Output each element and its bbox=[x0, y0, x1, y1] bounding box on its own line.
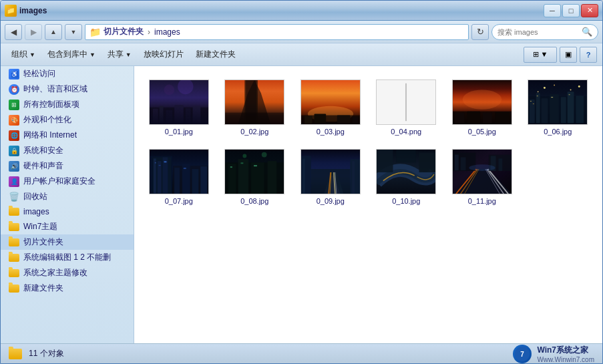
sidebar-item-syscapture[interactable]: 系统编辑截图 1 2 不能删 bbox=[1, 250, 134, 265]
svg-rect-54 bbox=[154, 158, 156, 193]
svg-rect-69 bbox=[251, 162, 264, 194]
svg-rect-19 bbox=[314, 114, 326, 124]
file-item[interactable]: 0_06.jpg bbox=[523, 75, 594, 140]
brand-info: Win7系统之家 Www.Winwin7.com bbox=[537, 345, 594, 363]
images-folder-icon bbox=[9, 206, 19, 217]
file-item[interactable]: 0_03.jpg bbox=[295, 75, 366, 140]
sidebar-item-syscapture-label: 系统编辑截图 1 2 不能删 bbox=[23, 252, 111, 263]
file-item[interactable]: 0_01.jpg bbox=[144, 75, 214, 140]
sidebar-item-hardware[interactable]: 🔊 硬件和声音 bbox=[1, 158, 134, 174]
file-name: 0_07.jpg bbox=[165, 197, 193, 205]
slideshow-button[interactable]: 放映幻灯片 bbox=[138, 46, 189, 63]
include-library-button[interactable]: 包含到库中 ▼ bbox=[42, 46, 101, 63]
path-folder-icon: 📁 bbox=[89, 27, 101, 37]
svg-rect-45 bbox=[530, 101, 532, 102]
file-item[interactable]: 0_09.jpg bbox=[295, 145, 366, 209]
sidebar-item-network[interactable]: 🌐 网络和 Internet bbox=[1, 128, 134, 143]
file-item[interactable]: 0_05.jpg bbox=[447, 75, 518, 140]
file-name: 0_04.png bbox=[391, 128, 421, 136]
maximize-button[interactable]: □ bbox=[562, 4, 580, 17]
svg-rect-67 bbox=[228, 164, 236, 194]
sidebar-item-slicefolder[interactable]: 切片文件夹 bbox=[1, 234, 134, 250]
recent-button[interactable]: ▼ bbox=[65, 24, 82, 40]
win7themes-icon bbox=[9, 222, 19, 232]
path-root: 切片文件夹 bbox=[104, 26, 144, 37]
svg-rect-33 bbox=[530, 100, 535, 123]
refresh-button[interactable]: ↻ bbox=[471, 24, 489, 40]
svg-rect-30 bbox=[495, 112, 510, 124]
allcp-icon: ⊞ bbox=[9, 100, 19, 110]
sidebar-item-images-folder[interactable]: images bbox=[1, 204, 134, 219]
file-name: 0_01.jpg bbox=[165, 128, 193, 136]
svg-point-41 bbox=[544, 87, 546, 89]
svg-rect-68 bbox=[238, 159, 249, 194]
sidebar-item-easy-access[interactable]: ♿ 轻松访问 bbox=[1, 66, 134, 81]
file-item[interactable]: 0_08.jpg bbox=[220, 145, 290, 209]
svg-rect-3 bbox=[159, 106, 163, 123]
sidebar-item-slicefolder-label: 切片文件夹 bbox=[23, 236, 63, 248]
file-thumbnail bbox=[528, 79, 588, 125]
status-count: 11 个对象 bbox=[29, 348, 64, 359]
svg-rect-64 bbox=[184, 168, 186, 169]
easy-access-icon: ♿ bbox=[9, 69, 19, 79]
sidebar-item-images-folder-label: images bbox=[23, 207, 49, 216]
view-options-button[interactable]: ⊞ ▼ bbox=[524, 47, 557, 63]
sidebar-item-appearance[interactable]: 🎨 外观和个性化 bbox=[1, 112, 134, 128]
sidebar-item-win7themes[interactable]: Win7主题 bbox=[1, 219, 134, 234]
svg-point-40 bbox=[538, 91, 539, 92]
help-button[interactable]: ? bbox=[580, 47, 597, 63]
svg-rect-91 bbox=[397, 150, 416, 163]
svg-rect-59 bbox=[192, 169, 198, 194]
sidebar-item-allcp-label: 所有控制面板项 bbox=[23, 99, 79, 110]
search-input[interactable] bbox=[497, 28, 579, 36]
sidebar-item-systhemes-label: 系统之家主题修改 bbox=[23, 267, 87, 279]
svg-rect-20 bbox=[337, 116, 351, 124]
file-item[interactable]: 0_07.jpg bbox=[144, 145, 214, 209]
close-button[interactable]: ✕ bbox=[581, 4, 598, 17]
sidebar-item-users[interactable]: 👤 用户帐户和家庭安全 bbox=[1, 174, 134, 189]
sidebar-item-recycle[interactable]: 🗑️ 回收站 bbox=[1, 189, 134, 204]
search-box[interactable]: 🔍 bbox=[491, 24, 598, 40]
minimize-button[interactable]: ─ bbox=[544, 4, 561, 17]
file-item[interactable]: 0_10.jpg bbox=[371, 145, 442, 209]
address-path[interactable]: 📁 切片文件夹 › images bbox=[85, 24, 469, 40]
up-button[interactable]: ▲ bbox=[45, 24, 62, 40]
syscapture-icon bbox=[9, 252, 19, 263]
address-bar: ◀ ▶ ▲ ▼ 📁 切片文件夹 › images ↻ 🔍 bbox=[1, 21, 602, 43]
sidebar-item-systhemes[interactable]: 系统之家主题修改 bbox=[1, 265, 134, 281]
svg-rect-34 bbox=[536, 93, 540, 123]
file-name: 0_06.jpg bbox=[544, 128, 572, 136]
sidebar-item-security-label: 系统和安全 bbox=[23, 145, 63, 156]
file-item[interactable]: 0_11.jpg bbox=[447, 145, 518, 209]
sidebar-item-newfolder[interactable]: 新建文件夹 bbox=[1, 281, 134, 296]
svg-rect-37 bbox=[561, 97, 566, 123]
svg-rect-28 bbox=[467, 112, 480, 124]
svg-point-25 bbox=[462, 89, 501, 109]
share-chevron: ▼ bbox=[126, 51, 132, 58]
sidebar-item-clock-label: 时钟、语言和区域 bbox=[23, 83, 87, 95]
forward-button[interactable]: ▶ bbox=[25, 24, 42, 40]
library-chevron: ▼ bbox=[89, 51, 95, 58]
win7-logo: 7 bbox=[513, 345, 532, 363]
organize-button[interactable]: 组织 ▼ bbox=[6, 46, 41, 63]
sidebar-item-security[interactable]: 🔒 系统和安全 bbox=[1, 143, 134, 158]
sidebar-item-newfolder-label: 新建文件夹 bbox=[23, 283, 63, 294]
svg-rect-1 bbox=[150, 108, 208, 124]
svg-rect-21 bbox=[352, 117, 359, 124]
share-button[interactable]: 共享 ▼ bbox=[102, 46, 137, 63]
svg-rect-85 bbox=[350, 159, 360, 194]
file-name: 0_08.jpg bbox=[240, 197, 268, 205]
status-bar: 11 个对象 7 Win7系统之家 Www.Winwin7.com bbox=[1, 343, 602, 363]
svg-rect-6 bbox=[186, 108, 191, 123]
sidebar-item-clock[interactable]: ⏰ 时钟、语言和区域 bbox=[1, 81, 134, 97]
svg-point-106 bbox=[469, 164, 495, 171]
file-item[interactable]: 0_02.jpg bbox=[220, 75, 290, 140]
back-button[interactable]: ◀ bbox=[5, 24, 22, 40]
new-folder-button[interactable]: 新建文件夹 bbox=[190, 46, 241, 63]
file-thumbnail bbox=[300, 79, 361, 125]
svg-rect-35 bbox=[542, 98, 548, 123]
organize-chevron: ▼ bbox=[29, 51, 35, 58]
details-pane-button[interactable]: ▣ bbox=[560, 47, 577, 63]
sidebar-item-allcp[interactable]: ⊞ 所有控制面板项 bbox=[1, 97, 134, 112]
file-item[interactable]: 0_04.png bbox=[371, 75, 442, 140]
